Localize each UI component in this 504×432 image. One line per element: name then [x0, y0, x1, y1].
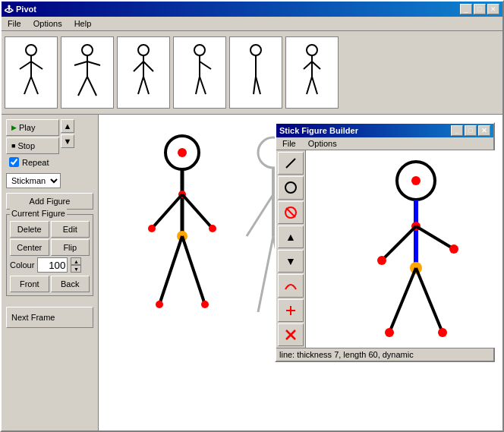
- colour-input[interactable]: [37, 257, 68, 273]
- frame-6[interactable]: [285, 36, 339, 109]
- svg-point-40: [148, 225, 156, 232]
- colour-up[interactable]: ▲: [71, 257, 81, 265]
- svg-point-69: [449, 244, 458, 254]
- current-figure-section: Current Figure Delete Edit Center Flip: [6, 214, 93, 296]
- svg-point-72: [385, 328, 394, 337]
- play-button[interactable]: ▶ Play: [6, 119, 59, 136]
- svg-point-63: [411, 176, 421, 185]
- colour-row: Colour ▲ ▼: [10, 257, 90, 273]
- title-bar-controls: _ □ ✕: [460, 4, 499, 14]
- play-icon: ▶: [11, 124, 17, 131]
- line-tool-button[interactable]: [278, 152, 304, 175]
- front-button[interactable]: Front: [10, 276, 49, 292]
- center-label: Center: [17, 243, 42, 252]
- delete-button[interactable]: Delete: [10, 221, 49, 238]
- svg-line-34: [312, 77, 317, 94]
- figure-type-select[interactable]: Stickman: [6, 173, 61, 188]
- back-button[interactable]: Back: [51, 276, 90, 292]
- tool-up-button[interactable]: ▲: [278, 225, 304, 248]
- svg-line-28: [256, 77, 260, 94]
- tool-down-button[interactable]: ▼: [278, 250, 304, 273]
- svg-point-0: [26, 45, 36, 55]
- dialog-menu-file[interactable]: File: [279, 138, 299, 149]
- svg-point-74: [438, 328, 447, 337]
- svg-point-18: [194, 45, 205, 55]
- curve-tool-button[interactable]: [278, 274, 304, 297]
- circle-tool-button[interactable]: [278, 176, 304, 199]
- flip-button[interactable]: Flip: [51, 239, 90, 256]
- playback-section: ▶ Play ■ Stop Repeat ▲ ▼: [6, 119, 93, 169]
- frame-4[interactable]: [173, 36, 226, 109]
- repeat-row: Repeat: [6, 156, 59, 169]
- svg-line-66: [382, 226, 416, 260]
- repeat-label: Repeat: [22, 158, 49, 167]
- canvas-area[interactable]: Stick Figure Builder _ □ ✕ File Options: [99, 115, 502, 430]
- stop-label: Stop: [17, 141, 35, 150]
- dialog-body: ▲ ▼: [276, 150, 493, 348]
- next-frame-button[interactable]: Next Frame: [6, 307, 93, 328]
- play-label: Play: [19, 123, 35, 132]
- extend-tool-button[interactable]: [278, 299, 304, 322]
- svg-line-41: [182, 194, 213, 229]
- menu-file[interactable]: File: [5, 18, 24, 29]
- menu-help[interactable]: Help: [71, 18, 95, 29]
- svg-line-8: [74, 61, 87, 65]
- close-button[interactable]: ✕: [487, 4, 499, 14]
- svg-point-55: [285, 182, 296, 193]
- dialog-minimize[interactable]: _: [451, 125, 463, 136]
- dialog-canvas[interactable]: [306, 150, 496, 348]
- svg-point-42: [209, 225, 216, 232]
- colour-label: Colour: [10, 260, 34, 270]
- stop-button[interactable]: ■ Stop: [6, 137, 59, 154]
- edit-button[interactable]: Edit: [51, 221, 90, 238]
- center-button[interactable]: Center: [10, 239, 49, 256]
- playback-buttons: ▶ Play ■ Stop Repeat: [6, 119, 59, 169]
- maximize-button[interactable]: □: [474, 4, 486, 14]
- svg-line-57: [286, 208, 295, 217]
- minimize-button[interactable]: _: [460, 4, 472, 14]
- frame-3[interactable]: [117, 36, 170, 109]
- scroll-down-button[interactable]: ▼: [61, 134, 74, 148]
- frame-1[interactable]: [5, 36, 58, 109]
- frame-5[interactable]: [229, 36, 282, 109]
- delete-tool-button[interactable]: [278, 323, 304, 346]
- svg-line-16: [138, 77, 143, 94]
- cancel-tool-button[interactable]: [278, 201, 304, 224]
- svg-line-23: [200, 77, 206, 94]
- menu-options[interactable]: Options: [30, 18, 65, 29]
- dialog-menu-options[interactable]: Options: [305, 138, 340, 149]
- svg-line-9: [87, 61, 100, 65]
- svg-line-46: [182, 236, 205, 304]
- repeat-checkbox[interactable]: [9, 157, 19, 167]
- next-frame-label: Next Frame: [11, 313, 55, 322]
- svg-line-17: [143, 77, 149, 94]
- svg-point-12: [138, 45, 149, 55]
- svg-point-67: [377, 256, 386, 265]
- colour-down[interactable]: ▼: [71, 265, 81, 273]
- add-figure-label: Add Figure: [30, 197, 71, 206]
- svg-point-6: [82, 45, 93, 55]
- dialog-title-bar: Stick Figure Builder _ □ ✕: [276, 124, 493, 137]
- front-back-controls: Front Back: [10, 276, 90, 292]
- svg-line-32: [312, 61, 320, 69]
- left-panel: ▶ Play ■ Stop Repeat ▲ ▼: [2, 115, 99, 430]
- svg-line-44: [159, 236, 182, 304]
- dialog-close[interactable]: ✕: [478, 125, 490, 136]
- dialog-maximize[interactable]: □: [465, 125, 477, 136]
- stick-figure-builder-dialog: Stick Figure Builder _ □ ✕ File Options: [275, 122, 495, 362]
- stop-icon: ■: [11, 142, 15, 150]
- svg-line-33: [307, 77, 312, 94]
- scroll-up-button[interactable]: ▲: [61, 119, 74, 133]
- svg-line-39: [152, 194, 182, 229]
- colour-spinner: ▲ ▼: [71, 257, 81, 273]
- svg-line-5: [31, 77, 38, 94]
- title-bar: 🕹 Pivot _ □ ✕: [2, 2, 502, 17]
- svg-line-2: [20, 61, 31, 69]
- svg-line-15: [143, 61, 153, 71]
- add-figure-button[interactable]: Add Figure: [6, 193, 93, 210]
- scroll-buttons: ▲ ▼: [61, 119, 74, 148]
- dialog-controls: _ □ ✕: [451, 125, 490, 136]
- svg-line-27: [254, 77, 256, 94]
- filmstrip: [2, 31, 502, 115]
- frame-2[interactable]: [61, 36, 114, 109]
